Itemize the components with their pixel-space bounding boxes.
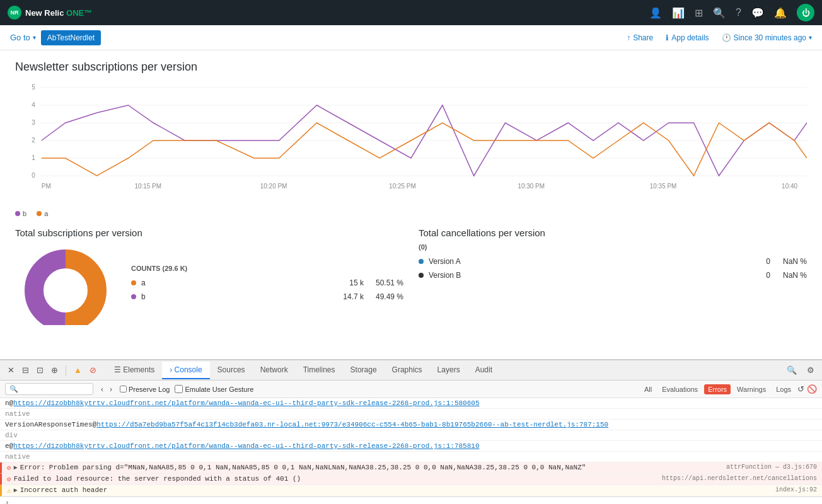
console-native-3: native: [5, 453, 817, 461]
svg-text:1: 1: [32, 154, 35, 161]
goto-button[interactable]: Go to ▾: [10, 33, 36, 42]
legend-b: b: [15, 210, 26, 217]
tab-console[interactable]: › Console: [162, 362, 209, 379]
console-clear-button[interactable]: 🚫: [807, 384, 817, 394]
preserve-log-text: Preserve Log: [129, 386, 170, 393]
svg-text:0: 0: [32, 172, 35, 179]
cancel-dot-b: [419, 273, 424, 278]
filter-all-button[interactable]: All: [640, 384, 656, 394]
subscriptions-section: Total subscriptions per version COUNTS (…: [15, 227, 403, 325]
search-icon[interactable]: 🔍: [713, 7, 726, 19]
filter-errors-button[interactable]: Errors: [704, 384, 731, 394]
filter-logs-button[interactable]: Logs: [772, 384, 795, 394]
close-devtools-button[interactable]: ✕: [5, 364, 17, 376]
cancel-label-a: Version A: [429, 257, 746, 266]
warning-text-1: Incorrect auth header: [20, 486, 773, 494]
error-icon-button[interactable]: ⊘: [87, 364, 99, 376]
error-icon-2: ⊘: [7, 475, 11, 483]
legend-dot-b: [15, 211, 20, 216]
console-input[interactable]: [13, 499, 817, 504]
tab-network[interactable]: Network: [253, 362, 296, 379]
console-native-2: div: [5, 432, 817, 439]
tab-timelines[interactable]: Timelines: [296, 362, 343, 379]
console-text-1: n@https://d1zobbh8kytrtv.cloudfront.net/…: [5, 399, 817, 407]
cancel-pct-a: NaN %: [775, 257, 807, 266]
chart-icon[interactable]: 📊: [672, 7, 685, 19]
goto-label: Go to: [10, 33, 30, 42]
console-native-1: native: [5, 410, 817, 418]
counts-pct-a: 50.51 %: [369, 278, 403, 287]
tab-storage[interactable]: Storage: [343, 362, 385, 379]
preserve-log-checkbox[interactable]: [120, 386, 127, 392]
tab-sources[interactable]: Sources: [210, 362, 253, 379]
tab-audit[interactable]: Audit: [468, 362, 500, 379]
warning-icon-button[interactable]: ▲: [71, 364, 84, 376]
donut-svg: [15, 243, 116, 325]
devtools-settings-button[interactable]: ⚙: [804, 364, 817, 376]
tab-graphics[interactable]: Graphics: [385, 362, 430, 379]
error-source-2: https://api.nerdsletter.net/cancellation…: [662, 475, 817, 482]
console-line-2: VersionAResponseTimes@https://d5a7ebd9ba…: [0, 420, 822, 430]
dock-button[interactable]: ⊟: [20, 364, 32, 376]
tab-elements[interactable]: ☰ Elements: [107, 362, 162, 379]
console-prev-button[interactable]: ‹: [98, 384, 106, 395]
svg-text:4: 4: [32, 101, 35, 108]
filter-warnings-button[interactable]: Warnings: [733, 384, 770, 394]
share-icon: ↑: [627, 33, 630, 42]
nerdlet-button[interactable]: AbTestNerdlet: [41, 30, 101, 45]
legend-label-a: a: [44, 210, 48, 217]
help-icon[interactable]: ?: [736, 7, 741, 18]
svg-text:2: 2: [32, 137, 35, 144]
svg-text:3: 3: [32, 119, 35, 126]
warning-arrow-1[interactable]: ▶: [14, 486, 18, 494]
counts-val-b: 14.7 k: [332, 292, 364, 301]
console-line-1: n@https://d1zobbh8kytrtv.cloudfront.net/…: [0, 398, 822, 409]
main-content: Newsletter subscriptions per version 5 4…: [0, 50, 822, 359]
bell-icon[interactable]: 🔔: [774, 7, 787, 19]
counts-table: COUNTS (29.6 K) a 15 k 50.51 % b 14.7 k …: [131, 265, 403, 304]
top-navbar: NR New Relic ONE™ 👤 📊 ⊞ 🔍 ? 💬 🔔 ⏻: [0, 0, 822, 25]
console-line-3: e@https://d1zobbh8kytrtv.cloudfront.net/…: [0, 441, 822, 452]
app-details-action[interactable]: ℹ App details: [666, 33, 709, 42]
line-chart-container: 5 4 3 2 1 0 PM 10:15 PM 10:20 PM 10:25 P…: [15, 81, 807, 207]
chat-icon[interactable]: 💬: [751, 7, 764, 19]
undock-button[interactable]: ⊡: [34, 364, 46, 376]
time-chevron: ▾: [809, 34, 812, 41]
console-warning-1: ⚠ ▶ Incorrect auth header index.js:92: [0, 485, 822, 496]
svg-text:10:20 PM: 10:20 PM: [260, 183, 287, 190]
console-link-3[interactable]: https://d1zobbh8kytrtv.cloudfront.net/pl…: [13, 442, 479, 450]
donut-row: COUNTS (29.6 K) a 15 k 50.51 % b 14.7 k …: [15, 243, 403, 325]
line-chart-section: Newsletter subscriptions per version 5 4…: [15, 60, 807, 217]
emulate-gesture-label[interactable]: Emulate User Gesture: [175, 385, 253, 393]
console-search[interactable]: 🔍: [5, 383, 93, 395]
cancellations-section: Total cancellations per version (0) Vers…: [419, 227, 807, 325]
bottom-sections: Total subscriptions per version COUNTS (…: [15, 227, 807, 325]
counts-label-b: b: [141, 292, 327, 301]
counts-pct-b: 49.49 %: [369, 292, 403, 301]
console-search-input[interactable]: [18, 386, 89, 393]
console-refresh-button[interactable]: ↺: [797, 384, 804, 394]
console-input-line[interactable]: ›: [0, 496, 822, 504]
console-search-icon: 🔍: [9, 385, 18, 393]
preserve-log-label[interactable]: Preserve Log: [120, 386, 170, 393]
devtools-panel: ✕ ⊟ ⊡ ⊕ ▲ ⊘ ☰ Elements › Console Sources…: [0, 359, 822, 504]
time-action[interactable]: 🕐 Since 30 minutes ago ▾: [722, 33, 812, 42]
console-link-1[interactable]: https://d1zobbh8kytrtv.cloudfront.net/pl…: [13, 399, 479, 407]
filter-evaluations-button[interactable]: Evaluations: [658, 384, 702, 394]
error-arrow-1[interactable]: ▶: [14, 464, 18, 471]
devtools-search-button[interactable]: 🔍: [784, 364, 799, 376]
grid-icon[interactable]: ⊞: [695, 7, 703, 19]
share-action[interactable]: ↑ Share: [627, 33, 653, 42]
console-text-2: VersionAResponseTimes@https://d5a7ebd9ba…: [5, 421, 817, 428]
cursor-button[interactable]: ⊕: [49, 364, 61, 376]
power-button[interactable]: ⏻: [797, 4, 814, 21]
second-nav-left: Go to ▾ AbTestNerdlet: [10, 30, 101, 45]
console-next-button[interactable]: ›: [107, 384, 115, 395]
tab-layers[interactable]: Layers: [430, 362, 468, 379]
cancellations-counts: (0) Version A 0 NaN % Version B 0 NaN %: [419, 243, 807, 282]
console-link-2[interactable]: https://d5a7ebd9ba57f5af4c13f14cb3defa03…: [96, 421, 608, 428]
svg-text:10:15 PM: 10:15 PM: [134, 183, 161, 190]
emulate-gesture-checkbox[interactable]: [175, 385, 183, 393]
info-icon: ℹ: [666, 33, 669, 42]
user-icon[interactable]: 👤: [649, 7, 662, 19]
